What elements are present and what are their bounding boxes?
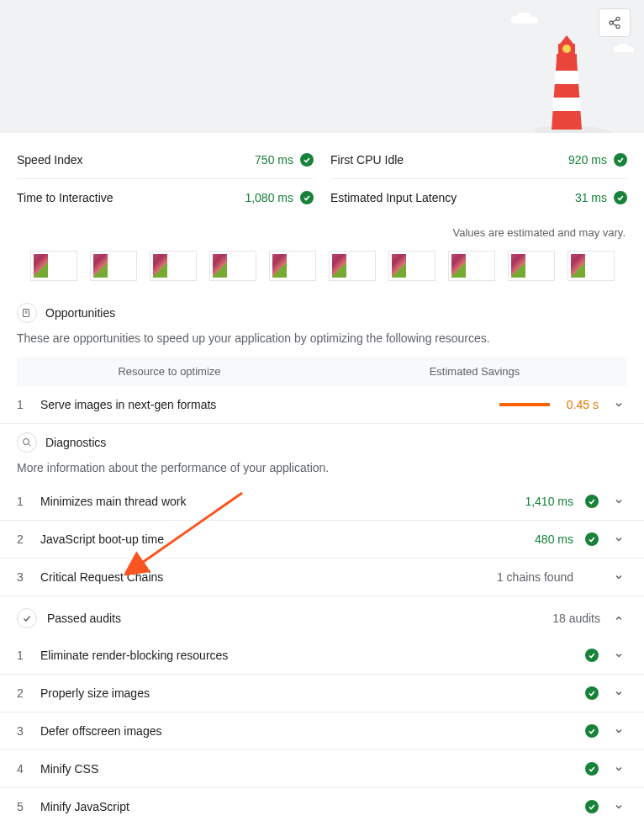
audit-label: Minimizes main thread work (40, 495, 513, 508)
audit-label: Eliminate render-blocking resources (40, 649, 573, 662)
audit-num: 2 (17, 532, 29, 546)
pass-icon (585, 532, 599, 546)
diagnostic-row[interactable]: 1 Minimizes main thread work 1,410 ms (0, 483, 644, 521)
passed-audit-row[interactable]: 3Defer offscreen images (0, 712, 644, 750)
svg-point-8 (562, 45, 571, 53)
filmstrip-frame (508, 251, 555, 281)
audit-label: Defer offscreen images (40, 724, 573, 738)
magnify-icon (17, 432, 37, 453)
metric-value: 31 ms (575, 191, 607, 204)
filmstrip-frame (448, 251, 495, 281)
metric-value: 920 ms (568, 153, 607, 167)
metrics-grid: Speed Index 750 ms First CPU Idle 920 ms… (0, 133, 644, 216)
metric-label: First CPU Idle (330, 153, 404, 167)
svg-point-0 (616, 17, 620, 20)
metric-value: 1,080 ms (245, 191, 293, 204)
filmstrip-frame (30, 251, 77, 281)
audit-label: Serve images in next-gen formats (40, 398, 488, 411)
audit-num: 3 (17, 724, 29, 738)
report-header (0, 0, 644, 133)
diagnostic-row[interactable]: 2 JavaScript boot-up time 480 ms (0, 521, 644, 559)
chevron-down-icon[interactable] (610, 493, 627, 510)
section-title: Opportunities (45, 306, 115, 320)
svg-point-13 (24, 439, 29, 445)
audit-value: 480 ms (535, 532, 573, 546)
chevron-down-icon[interactable] (610, 723, 627, 739)
chevron-up-icon[interactable] (610, 610, 627, 627)
metric-label: Estimated Input Latency (330, 191, 457, 204)
filmstrip-frame (329, 251, 376, 281)
opportunities-desc: These are opportunities to speed up your… (0, 328, 644, 353)
chevron-down-icon[interactable] (610, 531, 627, 548)
metric-tti: Time to Interactive 1,080 ms (17, 179, 314, 216)
audit-label: Minify JavaScript (40, 800, 573, 813)
filmstrip-frame (567, 251, 615, 281)
opportunities-columns: Resource to optimize Estimated Savings (17, 357, 627, 386)
pass-icon (585, 800, 599, 813)
metric-eil: Estimated Input Latency 31 ms (330, 179, 627, 216)
passed-count: 18 audits (552, 612, 600, 625)
check-icon (17, 608, 37, 628)
passed-audit-row[interactable]: 1Eliminate render-blocking resources (0, 637, 644, 675)
metric-speed-index: Speed Index 750 ms (17, 141, 314, 179)
audit-num: 4 (17, 762, 29, 776)
estimate-note: Values are estimated and may vary. (0, 216, 644, 247)
metric-first-cpu-idle: First CPU Idle 920 ms (330, 141, 627, 179)
lighthouse-icon (535, 24, 619, 133)
audit-num: 3 (17, 570, 29, 584)
pass-icon (300, 153, 314, 167)
pass-icon (585, 724, 599, 738)
opportunity-row[interactable]: 1 Serve images in next-gen formats 0.45 … (0, 386, 644, 424)
chevron-down-icon[interactable] (610, 798, 627, 815)
audit-num: 1 (17, 649, 29, 662)
audit-num: 1 (17, 495, 29, 508)
chevron-down-icon[interactable] (610, 396, 627, 413)
filmstrip-frame (269, 251, 316, 281)
audit-label: Properly size images (40, 686, 573, 700)
opportunity-icon (17, 303, 37, 323)
pass-icon (585, 495, 599, 508)
svg-rect-7 (557, 54, 577, 59)
passed-audit-row[interactable]: 2Properly size images (0, 675, 644, 712)
metric-label: Time to Interactive (17, 191, 113, 204)
savings-bar (499, 403, 550, 406)
audit-label: JavaScript boot-up time (40, 532, 523, 546)
filmstrip-frame (90, 251, 137, 281)
svg-marker-9 (560, 35, 573, 44)
audit-label: Critical Request Chains (40, 570, 485, 584)
pass-icon (300, 191, 314, 204)
chevron-down-icon[interactable] (610, 685, 627, 702)
diagnostics-header: Diagnostics (0, 424, 644, 458)
svg-line-14 (29, 444, 31, 447)
chevron-down-icon[interactable] (610, 647, 627, 664)
filmstrip (0, 247, 644, 294)
passed-audit-row[interactable]: 5Minify JavaScript (0, 788, 644, 821)
col-savings: Estimated Savings (322, 365, 627, 378)
col-resource: Resource to optimize (17, 365, 322, 378)
metric-value: 750 ms (255, 153, 293, 167)
pass-icon (585, 686, 599, 700)
diagnostics-desc: More information about the performance o… (0, 458, 644, 483)
audit-num: 2 (17, 686, 29, 700)
diagnostic-row[interactable]: 3 Critical Request Chains 1 chains found (0, 559, 644, 596)
pass-icon (614, 191, 627, 204)
chevron-down-icon[interactable] (610, 760, 627, 777)
section-title: Passed audits (47, 612, 121, 625)
audit-label: Minify CSS (40, 762, 573, 776)
savings-value: 0.45 s (567, 398, 599, 411)
svg-line-3 (613, 19, 617, 22)
pass-icon (614, 153, 627, 167)
opportunities-header: Opportunities (0, 294, 644, 328)
pass-icon (585, 649, 599, 662)
filmstrip-frame (209, 251, 256, 281)
passed-audit-row[interactable]: 4Minify CSS (0, 750, 644, 788)
section-title: Diagnostics (45, 436, 106, 449)
audit-num: 5 (17, 800, 29, 813)
chevron-down-icon[interactable] (610, 569, 627, 585)
audit-value: 1 chains found (497, 570, 573, 584)
audit-num: 1 (17, 398, 29, 411)
filmstrip-frame (388, 251, 435, 281)
passed-audits-header[interactable]: Passed audits 18 audits (0, 596, 644, 637)
filmstrip-frame (150, 251, 197, 281)
pass-icon (585, 762, 599, 776)
